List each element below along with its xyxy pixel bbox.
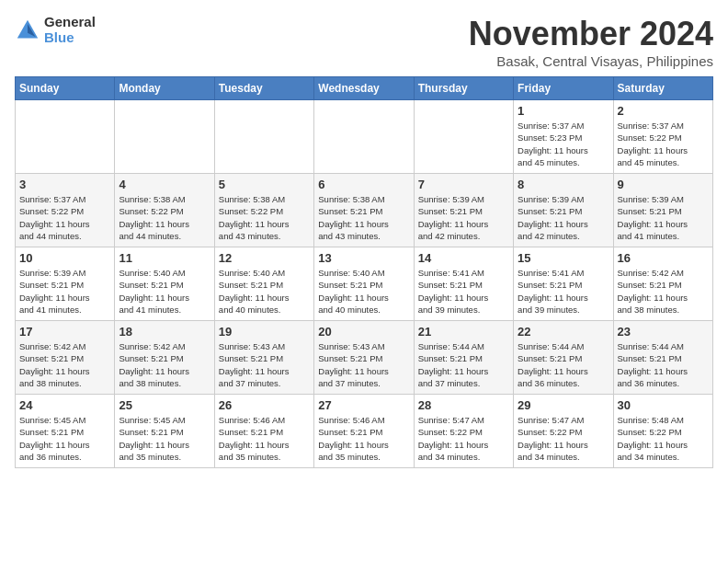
calendar-day-2: 2Sunrise: 5:37 AM Sunset: 5:22 PM Daylig… <box>613 100 712 174</box>
day-info: Sunrise: 5:45 AM Sunset: 5:21 PM Dayligh… <box>119 414 210 463</box>
calendar-day-24: 24Sunrise: 5:45 AM Sunset: 5:21 PM Dayli… <box>16 395 115 468</box>
calendar-day-19: 19Sunrise: 5:43 AM Sunset: 5:21 PM Dayli… <box>214 321 313 395</box>
day-info: Sunrise: 5:44 AM Sunset: 5:21 PM Dayligh… <box>618 340 709 389</box>
day-number: 9 <box>618 178 709 191</box>
calendar-day-22: 22Sunrise: 5:44 AM Sunset: 5:21 PM Dayli… <box>514 321 613 395</box>
header: General Blue November 2024 Basak, Centra… <box>15 15 713 69</box>
day-info: Sunrise: 5:37 AM Sunset: 5:23 PM Dayligh… <box>518 120 609 168</box>
day-info: Sunrise: 5:44 AM Sunset: 5:21 PM Dayligh… <box>418 340 509 389</box>
location-title: Basak, Central Visayas, Philippines <box>469 53 713 69</box>
calendar-day-23: 23Sunrise: 5:44 AM Sunset: 5:21 PM Dayli… <box>613 321 712 395</box>
calendar-empty-cell <box>214 100 313 174</box>
day-number: 5 <box>219 178 310 191</box>
weekday-header-row: SundayMondayTuesdayWednesdayThursdayFrid… <box>16 77 713 100</box>
calendar-day-3: 3Sunrise: 5:37 AM Sunset: 5:22 PM Daylig… <box>16 174 115 247</box>
day-info: Sunrise: 5:38 AM Sunset: 5:22 PM Dayligh… <box>119 193 210 242</box>
calendar-week-row: 3Sunrise: 5:37 AM Sunset: 5:22 PM Daylig… <box>16 174 713 247</box>
day-number: 17 <box>19 325 110 339</box>
calendar-week-row: 1Sunrise: 5:37 AM Sunset: 5:23 PM Daylig… <box>16 100 713 174</box>
day-number: 27 <box>318 398 409 412</box>
day-info: Sunrise: 5:43 AM Sunset: 5:21 PM Dayligh… <box>219 340 310 389</box>
calendar-empty-cell <box>16 100 115 174</box>
day-number: 29 <box>518 398 609 412</box>
logo: General Blue <box>15 15 96 45</box>
day-info: Sunrise: 5:39 AM Sunset: 5:21 PM Dayligh… <box>618 193 709 242</box>
day-number: 13 <box>318 251 409 265</box>
day-number: 11 <box>119 251 210 265</box>
day-info: Sunrise: 5:42 AM Sunset: 5:21 PM Dayligh… <box>618 267 709 316</box>
calendar-week-row: 10Sunrise: 5:39 AM Sunset: 5:21 PM Dayli… <box>16 247 713 321</box>
day-number: 3 <box>19 178 110 191</box>
day-number: 12 <box>219 251 310 265</box>
day-number: 7 <box>418 178 509 191</box>
calendar-day-6: 6Sunrise: 5:38 AM Sunset: 5:21 PM Daylig… <box>314 174 414 247</box>
weekday-header-thursday: Thursday <box>414 77 513 100</box>
logo-blue-text: Blue <box>44 30 96 46</box>
calendar-day-9: 9Sunrise: 5:39 AM Sunset: 5:21 PM Daylig… <box>613 174 712 247</box>
calendar-day-25: 25Sunrise: 5:45 AM Sunset: 5:21 PM Dayli… <box>115 395 214 468</box>
calendar-day-16: 16Sunrise: 5:42 AM Sunset: 5:21 PM Dayli… <box>613 247 712 321</box>
calendar-empty-cell <box>314 100 414 174</box>
calendar-day-8: 8Sunrise: 5:39 AM Sunset: 5:21 PM Daylig… <box>514 174 613 247</box>
calendar-day-5: 5Sunrise: 5:38 AM Sunset: 5:22 PM Daylig… <box>214 174 313 247</box>
day-info: Sunrise: 5:41 AM Sunset: 5:21 PM Dayligh… <box>518 267 609 316</box>
logo-general-text: General <box>44 15 96 30</box>
weekday-header-friday: Friday <box>514 77 613 100</box>
day-info: Sunrise: 5:42 AM Sunset: 5:21 PM Dayligh… <box>119 340 210 389</box>
calendar-day-7: 7Sunrise: 5:39 AM Sunset: 5:21 PM Daylig… <box>414 174 513 247</box>
calendar-day-29: 29Sunrise: 5:47 AM Sunset: 5:22 PM Dayli… <box>514 395 613 468</box>
day-info: Sunrise: 5:43 AM Sunset: 5:21 PM Dayligh… <box>318 340 409 389</box>
calendar-day-11: 11Sunrise: 5:40 AM Sunset: 5:21 PM Dayli… <box>115 247 214 321</box>
day-number: 30 <box>618 398 709 412</box>
weekday-header-wednesday: Wednesday <box>314 77 414 100</box>
month-title: November 2024 <box>469 15 713 53</box>
day-info: Sunrise: 5:48 AM Sunset: 5:22 PM Dayligh… <box>618 414 709 463</box>
day-number: 22 <box>518 325 609 339</box>
day-info: Sunrise: 5:45 AM Sunset: 5:21 PM Dayligh… <box>19 414 110 463</box>
day-info: Sunrise: 5:47 AM Sunset: 5:22 PM Dayligh… <box>518 414 609 463</box>
calendar-day-30: 30Sunrise: 5:48 AM Sunset: 5:22 PM Dayli… <box>613 395 712 468</box>
day-number: 19 <box>219 325 310 339</box>
calendar-day-21: 21Sunrise: 5:44 AM Sunset: 5:21 PM Dayli… <box>414 321 513 395</box>
day-number: 21 <box>418 325 509 339</box>
weekday-header-saturday: Saturday <box>613 77 712 100</box>
day-info: Sunrise: 5:47 AM Sunset: 5:22 PM Dayligh… <box>418 414 509 463</box>
day-info: Sunrise: 5:38 AM Sunset: 5:22 PM Dayligh… <box>219 193 310 242</box>
day-info: Sunrise: 5:39 AM Sunset: 5:21 PM Dayligh… <box>518 193 609 242</box>
day-number: 8 <box>518 178 609 191</box>
day-number: 16 <box>618 251 709 265</box>
calendar-table: SundayMondayTuesdayWednesdayThursdayFrid… <box>15 76 713 468</box>
title-area: November 2024 Basak, Central Visayas, Ph… <box>469 15 713 69</box>
calendar-week-row: 24Sunrise: 5:45 AM Sunset: 5:21 PM Dayli… <box>16 395 713 468</box>
day-info: Sunrise: 5:46 AM Sunset: 5:21 PM Dayligh… <box>219 414 310 463</box>
calendar-day-17: 17Sunrise: 5:42 AM Sunset: 5:21 PM Dayli… <box>16 321 115 395</box>
calendar-day-15: 15Sunrise: 5:41 AM Sunset: 5:21 PM Dayli… <box>514 247 613 321</box>
day-number: 23 <box>618 325 709 339</box>
logo-text: General Blue <box>44 15 96 45</box>
calendar-day-14: 14Sunrise: 5:41 AM Sunset: 5:21 PM Dayli… <box>414 247 513 321</box>
weekday-header-sunday: Sunday <box>16 77 115 100</box>
day-info: Sunrise: 5:40 AM Sunset: 5:21 PM Dayligh… <box>119 267 210 316</box>
day-info: Sunrise: 5:40 AM Sunset: 5:21 PM Dayligh… <box>219 267 310 316</box>
day-number: 1 <box>518 104 609 118</box>
day-info: Sunrise: 5:38 AM Sunset: 5:21 PM Dayligh… <box>318 193 409 242</box>
day-info: Sunrise: 5:40 AM Sunset: 5:21 PM Dayligh… <box>318 267 409 316</box>
calendar-day-10: 10Sunrise: 5:39 AM Sunset: 5:21 PM Dayli… <box>16 247 115 321</box>
calendar-empty-cell <box>115 100 214 174</box>
day-number: 20 <box>318 325 409 339</box>
day-number: 25 <box>119 398 210 412</box>
calendar-day-20: 20Sunrise: 5:43 AM Sunset: 5:21 PM Dayli… <box>314 321 414 395</box>
day-number: 28 <box>418 398 509 412</box>
calendar-day-28: 28Sunrise: 5:47 AM Sunset: 5:22 PM Dayli… <box>414 395 513 468</box>
day-number: 4 <box>119 178 210 191</box>
calendar-day-26: 26Sunrise: 5:46 AM Sunset: 5:21 PM Dayli… <box>214 395 313 468</box>
calendar-empty-cell <box>414 100 513 174</box>
day-number: 2 <box>618 104 709 118</box>
weekday-header-tuesday: Tuesday <box>214 77 313 100</box>
calendar-day-18: 18Sunrise: 5:42 AM Sunset: 5:21 PM Dayli… <box>115 321 214 395</box>
day-info: Sunrise: 5:37 AM Sunset: 5:22 PM Dayligh… <box>19 193 110 242</box>
calendar-day-27: 27Sunrise: 5:46 AM Sunset: 5:21 PM Dayli… <box>314 395 414 468</box>
day-number: 18 <box>119 325 210 339</box>
logo-icon <box>15 17 40 43</box>
day-number: 26 <box>219 398 310 412</box>
